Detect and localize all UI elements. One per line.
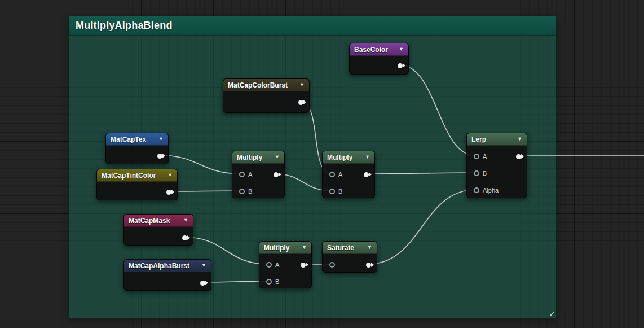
node-header[interactable]: MatCapTintColor▼ xyxy=(97,169,177,182)
node-title: Multiply xyxy=(264,244,298,252)
node-title: Saturate xyxy=(327,244,364,252)
input-pin-label: Alpha xyxy=(483,187,499,194)
comment-header[interactable]: MultiplyAlphaBlend xyxy=(69,16,556,36)
output-pin-arrow-icon xyxy=(403,63,405,68)
output-pin[interactable] xyxy=(364,172,369,177)
input-pin-A[interactable] xyxy=(474,154,479,159)
input-pin-B[interactable] xyxy=(474,170,479,176)
chevron-down-icon[interactable]: ▼ xyxy=(302,245,307,250)
input-pin-label: A xyxy=(483,154,487,160)
node-multiply1[interactable]: Multiply▼AB xyxy=(232,151,285,198)
node-matcapmask[interactable]: MatCapMask▼ xyxy=(123,214,193,246)
node-header[interactable]: Multiply▼ xyxy=(259,242,311,254)
node-saturate[interactable]: Saturate▼ xyxy=(322,241,377,273)
node-multiply2[interactable]: Multiply▼AB xyxy=(322,151,375,198)
graph-canvas[interactable]: MultiplyAlphaBlend BaseColor▼MatCapColor… xyxy=(0,0,644,328)
node-title: MatCapTex xyxy=(111,135,155,143)
input-pin-Alpha[interactable] xyxy=(474,187,479,193)
chevron-down-icon[interactable]: ▼ xyxy=(367,245,372,250)
output-pin-arrow-icon xyxy=(521,154,524,159)
node-title: BaseColor xyxy=(354,46,395,54)
output-pin[interactable] xyxy=(301,263,306,268)
chevron-down-icon[interactable]: ▼ xyxy=(158,137,164,142)
chevron-down-icon[interactable]: ▼ xyxy=(275,155,280,160)
node-lerp[interactable]: Lerp▼ABAlpha xyxy=(466,133,527,198)
node-header[interactable]: Saturate▼ xyxy=(323,242,377,254)
node-basecolor[interactable]: BaseColor▼ xyxy=(349,43,409,75)
node-header[interactable]: Multiply▼ xyxy=(232,151,284,164)
input-pin-A[interactable] xyxy=(239,172,245,177)
output-pin[interactable] xyxy=(157,154,162,159)
input-pin-A[interactable] xyxy=(266,262,272,268)
comment-title: MultiplyAlphaBlend xyxy=(76,20,173,32)
node-matcapcolorburst[interactable]: MatCapColorBurst▼ xyxy=(223,78,310,113)
node-title: Lerp xyxy=(471,135,514,143)
output-pin[interactable] xyxy=(516,154,521,159)
node-title: Multiply xyxy=(237,154,271,161)
node-header[interactable]: BaseColor▼ xyxy=(350,43,408,56)
node-matcaptintcolor[interactable]: MatCapTintColor▼ xyxy=(96,169,178,200)
output-pin-arrow-icon xyxy=(371,263,374,267)
input-pin-B[interactable] xyxy=(239,189,245,194)
output-pin[interactable] xyxy=(182,235,187,240)
input-pin-label: B xyxy=(483,170,487,177)
output-pin[interactable] xyxy=(298,100,303,105)
node-header[interactable]: MatCapColorBurst▼ xyxy=(223,79,309,91)
chevron-down-icon[interactable]: ▼ xyxy=(399,47,404,52)
node-matcaptex[interactable]: MatCapTex▼ xyxy=(105,133,169,164)
chevron-down-icon[interactable]: ▼ xyxy=(183,218,188,223)
output-pin-arrow-icon xyxy=(369,172,372,177)
input-pin-label: A xyxy=(338,172,342,178)
node-header[interactable]: Multiply▼ xyxy=(323,151,374,164)
node-multiply3[interactable]: Multiply▼AB xyxy=(259,241,312,288)
output-pin[interactable] xyxy=(366,263,371,268)
node-title: MatCapMask xyxy=(129,217,180,225)
output-pin[interactable] xyxy=(200,281,205,286)
output-pin-arrow-icon xyxy=(303,100,306,104)
node-header[interactable]: MatCapMask▼ xyxy=(124,215,193,227)
chevron-down-icon[interactable]: ▼ xyxy=(517,137,522,142)
chevron-down-icon[interactable]: ▼ xyxy=(201,263,206,268)
output-pin[interactable] xyxy=(398,63,403,68)
node-title: MatCapColorBurst xyxy=(228,81,296,89)
input-pin-label: B xyxy=(338,189,342,195)
node-title: MatCapTintColor xyxy=(102,172,164,180)
output-pin-arrow-icon xyxy=(306,263,308,267)
output-pin-arrow-icon xyxy=(279,172,281,177)
node-title: MatCapAlphaBurst xyxy=(129,262,198,270)
node-title: Multiply xyxy=(327,154,361,161)
input-pin-label: B xyxy=(248,189,252,195)
comment-resize-handle[interactable] xyxy=(547,309,554,316)
output-pin-arrow-icon xyxy=(205,281,208,285)
node-header[interactable]: MatCapAlphaBurst▼ xyxy=(124,260,211,272)
node-header[interactable]: Lerp▼ xyxy=(467,133,527,146)
output-pin[interactable] xyxy=(166,190,171,195)
input-pin-B[interactable] xyxy=(329,189,335,194)
output-pin-arrow-icon xyxy=(187,235,190,240)
chevron-down-icon[interactable]: ▼ xyxy=(167,173,173,178)
input-pin-in[interactable] xyxy=(329,262,335,268)
output-pin-arrow-icon xyxy=(162,154,165,158)
input-pin-A[interactable] xyxy=(329,172,335,177)
output-pin-arrow-icon xyxy=(171,190,174,194)
chevron-down-icon[interactable]: ▼ xyxy=(365,155,370,160)
node-header[interactable]: MatCapTex▼ xyxy=(106,133,168,146)
input-pin-label: A xyxy=(275,262,279,268)
input-pin-B[interactable] xyxy=(266,279,272,285)
chevron-down-icon[interactable]: ▼ xyxy=(299,82,305,88)
output-pin[interactable] xyxy=(274,172,279,177)
input-pin-label: B xyxy=(275,279,279,285)
input-pin-label: A xyxy=(248,172,252,178)
node-matcapalphaburst[interactable]: MatCapAlphaBurst▼ xyxy=(123,259,211,291)
